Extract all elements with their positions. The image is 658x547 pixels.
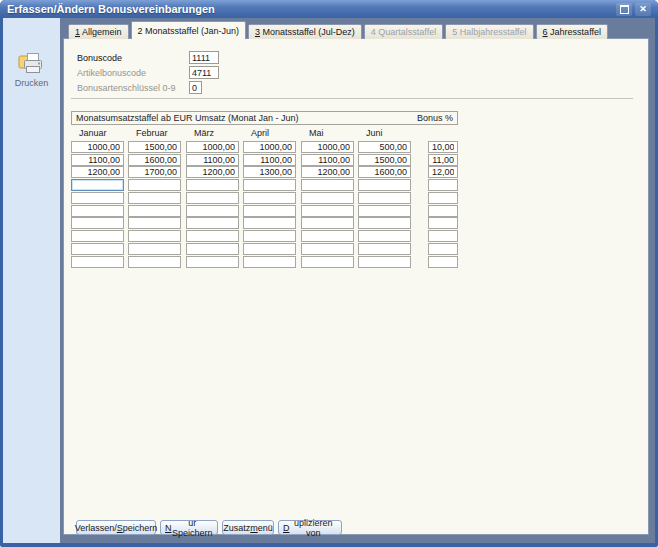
month-cell-r5-c5[interactable] <box>301 192 354 204</box>
month-cell-r2-c6[interactable] <box>358 154 411 166</box>
month-cell-r8-c3[interactable] <box>186 230 239 242</box>
month-cell-r10-c6[interactable] <box>358 256 411 268</box>
month-cell-r4-c6[interactable] <box>358 179 411 191</box>
month-cell-r8-c4[interactable] <box>243 230 296 242</box>
month-cell-r8-c5[interactable] <box>301 230 354 242</box>
bonus-cell-r3[interactable] <box>428 166 458 178</box>
month-cell-r2-c4[interactable] <box>243 154 296 166</box>
month-cell-r8-c6[interactable] <box>358 230 411 242</box>
month-cell-r7-c5[interactable] <box>301 217 354 229</box>
window-title: Erfassen/Ändern Bonusvereinbarungen <box>7 3 613 15</box>
month-cell-r4-c1[interactable] <box>71 179 124 191</box>
duplizieren-von-button[interactable]: Duplizieren von <box>278 520 342 535</box>
month-cell-r8-c2[interactable] <box>128 230 181 242</box>
month-cell-r9-c1[interactable] <box>71 243 124 255</box>
bonuscode-input[interactable] <box>189 51 219 64</box>
column-header-1: Januar <box>79 128 107 138</box>
bonus-cell-r4[interactable] <box>428 179 458 191</box>
tab-jahresstaffel[interactable]: 6 Jahresstaffel <box>536 24 608 39</box>
month-cell-r6-c6[interactable] <box>358 205 411 217</box>
nur-speichern-button[interactable]: Nur Speichern <box>160 520 218 535</box>
month-cell-r1-c1[interactable] <box>71 141 124 153</box>
month-cell-r9-c3[interactable] <box>186 243 239 255</box>
month-cell-r4-c3[interactable] <box>186 179 239 191</box>
tab-monatsstaffel-jul-dez[interactable]: 3 Monatsstaffel (Jul-Dez) <box>248 24 362 39</box>
bonus-cell-r5[interactable] <box>428 192 458 204</box>
month-cell-r6-c5[interactable] <box>301 205 354 217</box>
month-cell-r1-c6[interactable] <box>358 141 411 153</box>
bonus-cell-r9[interactable] <box>428 243 458 255</box>
month-cell-r2-c1[interactable] <box>71 154 124 166</box>
month-cell-r1-c5[interactable] <box>301 141 354 153</box>
month-cell-r7-c4[interactable] <box>243 217 296 229</box>
month-cell-r7-c2[interactable] <box>128 217 181 229</box>
zusatzmenu-button[interactable]: Zusatzmenü <box>222 520 274 535</box>
print-button[interactable]: Drucken <box>15 52 49 88</box>
close-button[interactable]: ✕ <box>635 3 651 16</box>
month-cell-r3-c1[interactable] <box>71 166 124 178</box>
month-cell-r9-c4[interactable] <box>243 243 296 255</box>
dialog-window: Erfassen/Ändern Bonusvereinbarungen ✕ Dr… <box>0 0 658 547</box>
month-cell-r7-c1[interactable] <box>71 217 124 229</box>
month-cell-r9-c2[interactable] <box>128 243 181 255</box>
title-bar: Erfassen/Ändern Bonusvereinbarungen ✕ <box>0 0 658 18</box>
month-cell-r9-c6[interactable] <box>358 243 411 255</box>
tab-allgemein[interactable]: 1 Allgemein <box>68 24 129 39</box>
month-cell-r6-c3[interactable] <box>186 205 239 217</box>
month-cell-r5-c3[interactable] <box>186 192 239 204</box>
month-cell-r3-c6[interactable] <box>358 166 411 178</box>
verlassen-speichern-button[interactable]: Verlassen/Speichern <box>76 520 156 535</box>
month-cell-r7-c6[interactable] <box>358 217 411 229</box>
month-cell-r10-c2[interactable] <box>128 256 181 268</box>
month-cell-r2-c3[interactable] <box>186 154 239 166</box>
month-cell-r6-c4[interactable] <box>243 205 296 217</box>
bonus-cell-r10[interactable] <box>428 256 458 268</box>
bonus-cell-r7[interactable] <box>428 217 458 229</box>
month-cell-r10-c4[interactable] <box>243 256 296 268</box>
grid-title-bar: Monatsumsatzstaffel ab EUR Umsatz (Monat… <box>71 111 458 125</box>
bonus-cell-r2[interactable] <box>428 154 458 166</box>
month-cell-r1-c4[interactable] <box>243 141 296 153</box>
bonuscode-label: Bonuscode <box>77 53 122 63</box>
tab-label-part: 4 Quartalsstaffel <box>371 27 436 37</box>
month-cell-r3-c4[interactable] <box>243 166 296 178</box>
month-cell-r2-c5[interactable] <box>301 154 354 166</box>
bonus-cell-r8[interactable] <box>428 230 458 242</box>
month-cell-r4-c4[interactable] <box>243 179 296 191</box>
month-cell-r10-c1[interactable] <box>71 256 124 268</box>
month-cell-r1-c2[interactable] <box>128 141 181 153</box>
month-cell-r1-c3[interactable] <box>186 141 239 153</box>
month-cell-r9-c5[interactable] <box>301 243 354 255</box>
column-header-6: Juni <box>366 128 383 138</box>
month-cell-r3-c3[interactable] <box>186 166 239 178</box>
month-cell-r4-c5[interactable] <box>301 179 354 191</box>
month-cell-r3-c2[interactable] <box>128 166 181 178</box>
month-cell-r5-c2[interactable] <box>128 192 181 204</box>
artikelbonuscode-input[interactable] <box>189 66 219 79</box>
restore-button[interactable] <box>616 3 632 16</box>
tab-page: Bonuscode Artikelbonuscode Bonusartensch… <box>63 38 649 535</box>
button-label-part: m <box>250 523 258 533</box>
month-cell-r6-c1[interactable] <box>71 205 124 217</box>
fields-divider <box>71 98 633 99</box>
month-cell-r6-c2[interactable] <box>128 205 181 217</box>
button-label-part: Verlassen/ <box>75 523 117 533</box>
month-cell-r4-c2[interactable] <box>128 179 181 191</box>
close-icon: ✕ <box>639 5 647 14</box>
month-cell-r5-c1[interactable] <box>71 192 124 204</box>
tab-monatsstaffel-jan-jun[interactable]: 2 Monatsstaffel (Jan-Jun) <box>131 21 246 39</box>
bonus-cell-r6[interactable] <box>428 205 458 217</box>
month-cell-r10-c3[interactable] <box>186 256 239 268</box>
month-cell-r3-c5[interactable] <box>301 166 354 178</box>
month-cell-r5-c6[interactable] <box>358 192 411 204</box>
month-cell-r5-c4[interactable] <box>243 192 296 204</box>
bonus-cell-r1[interactable] <box>428 141 458 153</box>
tab-halbjahresstaffel: 5 Halbjahresstaffel <box>445 24 533 39</box>
month-cell-r8-c1[interactable] <box>71 230 124 242</box>
grid-title-left: Monatsumsatzstaffel ab EUR Umsatz (Monat… <box>76 113 298 123</box>
month-cell-r2-c2[interactable] <box>128 154 181 166</box>
month-cell-r10-c5[interactable] <box>301 256 354 268</box>
month-cell-r7-c3[interactable] <box>186 217 239 229</box>
tab-label-part: Jahresstaffel <box>548 27 601 37</box>
bonusartenschluessel-input[interactable] <box>189 81 202 94</box>
